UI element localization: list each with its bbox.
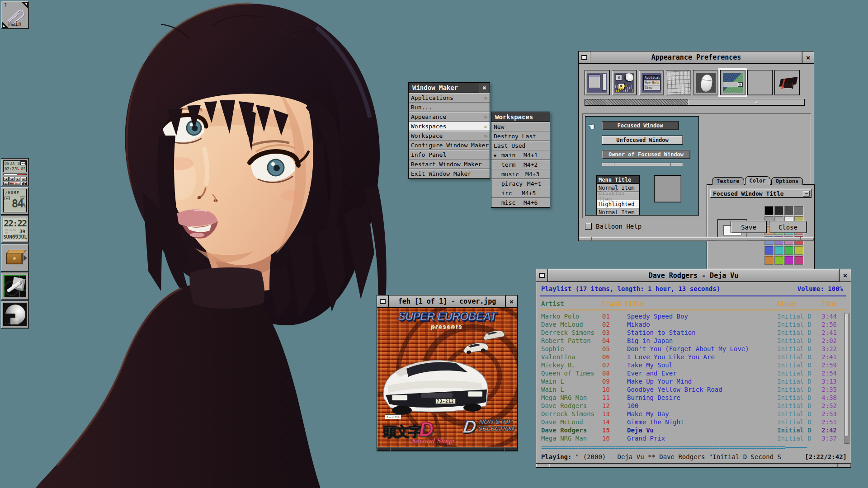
resizebar[interactable] bbox=[536, 463, 851, 467]
balloon-help-checkbox[interactable] bbox=[585, 223, 592, 230]
pref-icon-mouse[interactable] bbox=[693, 70, 718, 95]
palette-swatch[interactable] bbox=[794, 206, 803, 215]
playlist-row[interactable]: Mega NRG Man 11 Burning Desire Initial D… bbox=[537, 394, 850, 402]
resizebar[interactable] bbox=[377, 447, 517, 451]
menu-item[interactable]: piracy M4+t bbox=[491, 179, 550, 188]
pref-icon-workspace[interactable] bbox=[585, 70, 610, 95]
palette-swatch[interactable] bbox=[764, 256, 774, 265]
palette-swatch[interactable] bbox=[774, 246, 783, 255]
palette-swatch[interactable] bbox=[794, 246, 803, 255]
preview-menu[interactable]: Menu Title Normal Item Disabled Item Hig… bbox=[596, 175, 640, 216]
pause-button[interactable]: ❚❚ bbox=[21, 182, 24, 185]
menu-item[interactable]: Appearance ▷ bbox=[409, 112, 490, 122]
pref-icon-keyboard[interactable] bbox=[666, 70, 691, 95]
tab[interactable]: Color bbox=[745, 176, 770, 185]
miniaturize-button[interactable] bbox=[536, 269, 548, 282]
menu-item[interactable]: Restart Window Maker bbox=[409, 160, 490, 169]
playlist-scrollbar[interactable] bbox=[844, 313, 849, 444]
preview-resizebar[interactable] bbox=[602, 163, 683, 166]
preview-icon-tile[interactable] bbox=[654, 175, 681, 202]
fast-forward-button[interactable]: ▶ bbox=[15, 177, 20, 181]
menu-item[interactable]: Destroy Last bbox=[491, 131, 550, 141]
texture-target-dropdown[interactable]: Focused Window Title bbox=[710, 189, 811, 198]
palette-swatch[interactable] bbox=[774, 206, 783, 215]
scrollbar-thumb[interactable] bbox=[845, 314, 849, 436]
tab[interactable]: Options bbox=[771, 177, 803, 185]
menu-item[interactable]: Workspaces ▷ bbox=[409, 122, 490, 131]
menu-item[interactable]: Run... bbox=[409, 103, 490, 112]
tab[interactable]: Texture bbox=[712, 177, 744, 185]
pref-icon-menu[interactable]: Applicati New Entr[ Gimp bbox=[639, 70, 664, 95]
dropdown-button-icon[interactable] bbox=[803, 191, 810, 197]
dockapp-clock[interactable]: 22:22 AM ALRM PM 39 SUN09JUL bbox=[1, 215, 29, 243]
playlist-row[interactable]: Valentina 06 I Love You Like You Are Ini… bbox=[537, 353, 850, 361]
stop-button[interactable]: ■ bbox=[24, 182, 27, 185]
titlebar[interactable]: Dave Rodgers - Deja Vu × bbox=[536, 269, 851, 282]
menu-item[interactable]: term M4+2 bbox=[491, 160, 550, 169]
dockapp-music-player[interactable]: DEJA U 02:23 85 |◀ ◀ ▶ ▶| ▲ ▶ ❚❚ ■ bbox=[1, 158, 29, 186]
pref-icon-expert[interactable]: ! bbox=[774, 70, 800, 95]
menu-item[interactable]: New bbox=[491, 122, 550, 131]
playlist-row[interactable]: Dave Rodgers 15 Deja Vu Initial D 2:42 bbox=[537, 427, 850, 435]
menu-item[interactable]: ◆ main M4+1 bbox=[491, 150, 550, 160]
pref-icon-appearance[interactable]: × bbox=[720, 70, 745, 95]
menu-item[interactable]: misc M4+6 bbox=[491, 198, 550, 207]
menu-item[interactable]: Info Panel bbox=[409, 150, 490, 160]
playlist-row[interactable]: Mega NRG Man 16 Grand Prix Initial D 3:3… bbox=[537, 435, 850, 443]
drawer-expand-arrow[interactable] bbox=[24, 255, 27, 261]
workspace-clip[interactable]: 1 main bbox=[1, 1, 29, 29]
playlist-row[interactable]: Robert Patton 04 Big in Japan Initial D … bbox=[537, 337, 850, 345]
eject-button[interactable]: ▲ bbox=[3, 182, 9, 185]
playlist-row[interactable]: Marko Polo 01 Speedy Speed Boy Initial D… bbox=[537, 313, 850, 321]
menu-item[interactable]: Exit Window Maker bbox=[409, 169, 490, 178]
playlist-row[interactable]: Wain L 10 Goodbye Yellow Brick Road Init… bbox=[537, 386, 850, 394]
preview-focused-titlebar[interactable]: Focused Window bbox=[602, 121, 679, 130]
playlist-row[interactable]: Derreck Simons 03 Station to Station Ini… bbox=[537, 329, 850, 337]
menu-item[interactable]: music M4+3 bbox=[491, 169, 550, 179]
menu-item[interactable]: Configure Window Maker bbox=[409, 141, 490, 150]
dockapp-disk-usage[interactable]: /HOME ← → 84% bbox=[1, 187, 29, 215]
dockapp-wmaker-config[interactable] bbox=[1, 272, 29, 300]
resizebar[interactable] bbox=[579, 237, 814, 241]
save-button[interactable]: Save bbox=[731, 221, 767, 233]
close-button[interactable]: × bbox=[839, 269, 851, 282]
rewind-button[interactable]: ◀ bbox=[9, 177, 14, 181]
palette-swatch[interactable] bbox=[784, 246, 793, 255]
icon-scrollbar[interactable] bbox=[585, 99, 805, 106]
workspaces-submenu-titlebar[interactable]: Workspaces bbox=[491, 112, 550, 122]
playlist-row[interactable]: Dave Rodgers 12 100 Initial D 2:52 bbox=[537, 402, 850, 410]
close-icon[interactable]: × bbox=[479, 83, 490, 93]
scrollbar-knob[interactable] bbox=[688, 99, 804, 105]
close-button[interactable]: × bbox=[802, 52, 814, 63]
palette-swatch[interactable] bbox=[784, 256, 793, 265]
palette-swatch[interactable] bbox=[794, 256, 803, 265]
dockapp-drawer[interactable] bbox=[1, 244, 29, 272]
root-menu-titlebar[interactable]: Window Maker × bbox=[409, 83, 490, 93]
close-button[interactable]: × bbox=[505, 296, 517, 307]
pref-icon-window-focus[interactable]: ×× bbox=[612, 70, 637, 95]
playlist-row[interactable]: Mickey B. 07 Take My Soul Initial D 2:59 bbox=[537, 361, 850, 370]
miniaturize-button[interactable] bbox=[377, 296, 389, 307]
palette-swatch[interactable] bbox=[774, 256, 783, 265]
menu-item[interactable]: Applications ▷ bbox=[409, 93, 490, 103]
palette-swatch[interactable] bbox=[784, 206, 793, 215]
playlist-row[interactable]: Dave McLoud 14 Gimme the Night Initial D… bbox=[537, 418, 850, 427]
miniaturize-button[interactable] bbox=[579, 52, 590, 63]
playlist-row[interactable]: Wain L 09 Make Up Your Mind Initial D 3:… bbox=[537, 378, 850, 386]
playlist-row[interactable]: Derreck Simons 13 Make My Day Initial D … bbox=[537, 410, 850, 418]
playlist-row[interactable]: Dave McLoud 02 Mikado Initial D 2:56 bbox=[537, 321, 850, 329]
preview-unfocused-titlebar[interactable]: Unfocused Window bbox=[602, 136, 683, 145]
preview-owner-titlebar[interactable]: Owner of Focused Window bbox=[602, 150, 690, 159]
menu-item[interactable]: Last Used bbox=[491, 141, 550, 150]
next-button[interactable]: ▶| bbox=[21, 177, 27, 181]
playlist-row[interactable]: Queen of Times 08 Ever and Ever Initial … bbox=[537, 370, 850, 378]
dockapp-sphere[interactable]: ... bbox=[1, 300, 29, 328]
play-button[interactable]: ▶ bbox=[9, 182, 20, 185]
playlist-row[interactable]: Sophie 05 Don't You (Forget About My Lov… bbox=[537, 345, 850, 353]
titlebar[interactable]: Appearance Preferences × bbox=[579, 52, 814, 64]
pref-icon-font[interactable] bbox=[747, 70, 773, 95]
prev-button[interactable]: |◀ bbox=[3, 177, 9, 181]
palette-swatch[interactable] bbox=[764, 246, 774, 255]
menu-item[interactable]: irc M4+5 bbox=[491, 188, 550, 198]
close-dialog-button[interactable]: Close bbox=[769, 221, 807, 233]
